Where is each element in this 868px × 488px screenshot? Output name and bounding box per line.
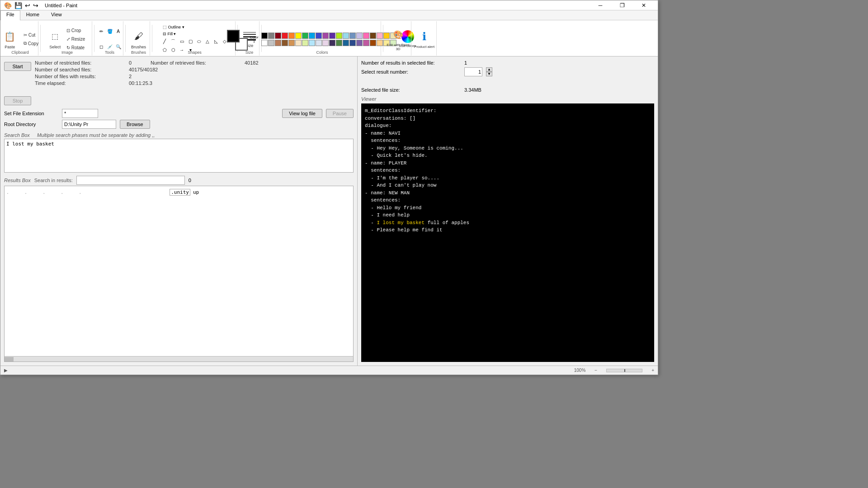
view-log-button[interactable]: View log file <box>282 109 322 118</box>
brushes-button[interactable]: 🖌 Brushes <box>129 26 149 52</box>
spin-up-button[interactable]: ▲ <box>486 67 492 72</box>
results-in-file-row: Number of results in selected file: 1 <box>361 60 654 66</box>
color-blue[interactable] <box>316 33 322 39</box>
eraser-tool[interactable]: ◻ <box>97 43 105 51</box>
start-button[interactable]: Start <box>4 62 31 71</box>
ribbon-tabs: File Home View <box>0 10 658 20</box>
status-zoom-minus[interactable]: − <box>594 368 597 373</box>
shape-hexagon[interactable]: ⬡ <box>169 46 177 54</box>
resize-icon: ⤢ <box>66 37 70 42</box>
color-red[interactable] <box>282 33 288 39</box>
color1-swatch[interactable] <box>227 30 240 42</box>
stop-button[interactable]: Stop <box>4 96 31 105</box>
shape-line[interactable]: ╱ <box>160 38 169 46</box>
quick-access-undo[interactable]: ↩ <box>25 2 30 9</box>
color-orange[interactable] <box>288 33 295 39</box>
restore-button[interactable]: ❐ <box>612 0 632 10</box>
color-pink[interactable] <box>363 33 369 39</box>
quick-access-save[interactable]: 💾 <box>14 2 22 9</box>
select-button[interactable]: ⬚ Select <box>47 26 63 52</box>
color-green[interactable] <box>302 33 308 39</box>
color-lightblue[interactable] <box>343 33 349 39</box>
shape-curve[interactable]: ⌒ <box>169 38 177 46</box>
edit-paint3d-content: 🎨 Edit with Paint 3D <box>386 22 410 55</box>
resize-button[interactable]: ⤢ Resize <box>64 35 88 43</box>
color-sienna[interactable] <box>282 40 288 46</box>
edit-with-paint3d-button[interactable]: 🎨 Edit with Paint 3D <box>386 26 410 52</box>
color-darkgreen[interactable] <box>336 40 342 46</box>
files-with-results-row: Number of files with results: 2 <box>35 74 354 79</box>
color-sand[interactable] <box>288 40 295 46</box>
color-purple[interactable] <box>322 33 329 39</box>
shape-rtriangle[interactable]: ◺ <box>212 38 220 46</box>
color-violet[interactable] <box>329 33 335 39</box>
shape-triangle[interactable]: △ <box>203 38 212 46</box>
color-darkcyan[interactable] <box>343 40 349 46</box>
shape-arrow[interactable]: → <box>178 46 186 54</box>
color-lavender[interactable] <box>356 33 363 39</box>
cut-button[interactable]: ✂ Cut <box>21 31 41 39</box>
color-lightgreen[interactable] <box>302 40 308 46</box>
color-white[interactable] <box>261 40 268 46</box>
color-lightpink[interactable] <box>377 33 383 39</box>
pause-button[interactable]: Pause <box>326 109 354 118</box>
color-peach[interactable] <box>377 40 383 46</box>
close-button[interactable]: ✕ <box>633 0 654 10</box>
color-brown[interactable] <box>370 33 376 39</box>
result-number-input[interactable] <box>464 67 482 76</box>
paste-button[interactable]: 📋 Paste <box>0 26 20 52</box>
color-lightpurple[interactable] <box>322 40 329 46</box>
color-lightlavender[interactable] <box>316 40 322 46</box>
tab-file[interactable]: File <box>0 10 20 20</box>
color-darkviolet[interactable] <box>329 40 335 46</box>
copy-button[interactable]: ⧉ Copy <box>21 39 41 47</box>
ribbon-group-brushes: 🖌 Brushes Brushes <box>127 21 150 56</box>
color-cream[interactable] <box>295 40 302 46</box>
minimize-button[interactable]: ─ <box>590 0 611 10</box>
magnify-tool[interactable]: 🔍 <box>114 43 123 51</box>
status-zoom-plus[interactable]: + <box>651 368 654 373</box>
color-magenta[interactable] <box>363 40 369 46</box>
color-steelblue[interactable] <box>349 33 356 39</box>
horizontal-scrollbar[interactable] <box>5 356 353 361</box>
pencil-tool[interactable]: ✏ <box>97 27 105 35</box>
app-background: 🎨 💾 ↩ ↪ Untitled - Paint ─ ❐ ✕ File Home… <box>0 0 868 488</box>
text-tool[interactable]: A <box>114 27 123 35</box>
copy-icon: ⧉ <box>24 41 27 46</box>
color-darkred[interactable] <box>275 33 281 39</box>
product-alert-button[interactable]: ℹ Product alert <box>413 26 436 52</box>
color-tan[interactable] <box>275 40 281 46</box>
color-black[interactable] <box>261 33 268 39</box>
shape-rect[interactable]: ▭ <box>178 38 186 46</box>
fill-btn[interactable]: ⊟ Fill ▾ <box>160 31 187 37</box>
search-textarea[interactable]: I lost my basket <box>4 139 354 173</box>
tab-view[interactable]: View <box>45 10 68 20</box>
color-lightgray[interactable] <box>268 40 274 46</box>
root-directory-input[interactable] <box>62 120 116 129</box>
shape-pentagon[interactable]: ⬠ <box>160 46 169 54</box>
color-yellow[interactable] <box>295 33 302 39</box>
color-lime[interactable] <box>336 33 342 39</box>
color-cyan[interactable] <box>309 33 315 39</box>
color-rust[interactable] <box>370 40 376 46</box>
shape-roundrect[interactable]: ▢ <box>186 38 194 46</box>
browse-button[interactable]: Browse <box>120 120 150 129</box>
color-skyblue[interactable] <box>309 40 315 46</box>
outline-btn[interactable]: ⬚ Outline ▾ <box>160 24 187 30</box>
status-left: ▶ <box>4 368 8 373</box>
color-mediumpurple[interactable] <box>356 40 363 46</box>
color-darkblue[interactable] <box>349 40 356 46</box>
paint-icon: 🎨 <box>4 2 12 9</box>
results-box[interactable]: . . . . . .unity up <box>4 186 354 362</box>
search-in-results-input[interactable] <box>76 176 185 185</box>
quick-access-redo[interactable]: ↪ <box>33 2 38 9</box>
tab-home[interactable]: Home <box>20 10 45 20</box>
spin-down-button[interactable]: ▼ <box>486 72 492 76</box>
color-gray[interactable] <box>268 33 274 39</box>
file-extension-input[interactable] <box>62 109 98 118</box>
shape-ellipse[interactable]: ⬭ <box>195 38 203 46</box>
status-zoom: 100% <box>574 368 586 373</box>
crop-button[interactable]: ⊡ Crop <box>64 27 88 35</box>
fill-tool[interactable]: 🪣 <box>106 27 114 35</box>
scroll-thumb[interactable] <box>5 357 14 361</box>
